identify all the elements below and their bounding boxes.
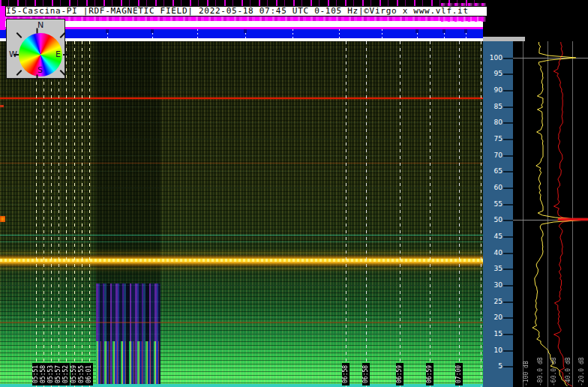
freq-tick-label-100: 100: [484, 55, 502, 62]
event-marker-line: [36, 41, 37, 387]
red-trace-50hz-peak: [558, 218, 588, 220]
bearing-compass: N E S W: [6, 19, 65, 79]
compass-tick-se: [60, 70, 66, 76]
compass-tick-nw: [16, 32, 22, 38]
freq-tick-line-35: [503, 268, 513, 270]
freq-gridline-10: [0, 350, 483, 351]
compass-s-label: S: [38, 67, 43, 74]
event-marker-line: [400, 41, 400, 387]
freq-tick-label-55: 55: [484, 201, 502, 208]
freq-tick-label-45: 45: [484, 233, 502, 240]
freq-tick-line-20: [503, 317, 513, 319]
window-title: I5-Cascina-PI |RDF-MAGNETIC FIELD| 2022-…: [5, 6, 488, 16]
freq-tick-label-90: 90: [484, 87, 502, 94]
freq-gridline-55: [0, 204, 483, 205]
scale-separator-bar: [483, 37, 525, 41]
freq-gridline-30: [0, 285, 483, 286]
event-time-label: 06:59: [426, 363, 434, 386]
left-edge-mark-85hz: [0, 105, 4, 107]
harmonic-line-100hz: [0, 98, 483, 99]
white-band-upper: [0, 21, 489, 27]
event-marker-line: [89, 41, 90, 387]
red-db-trace: [554, 42, 576, 386]
freq-tick-label-95: 95: [484, 70, 502, 77]
event-marker-line: [44, 41, 44, 387]
noise-burst-sparkle: [96, 341, 160, 387]
freq-gridline-70: [0, 155, 483, 156]
amplitude-traces: [513, 41, 588, 387]
event-marker-line: [66, 41, 67, 387]
event-time-label: 05:52: [62, 363, 70, 386]
event-marker-line: [481, 41, 482, 387]
freq-tick-line-50: [503, 220, 513, 221]
freq-tick-line-75: [503, 139, 513, 140]
event-marker-line: [51, 41, 52, 387]
freq-tick-label-60: 60: [484, 184, 502, 191]
event-marker-line: [58, 41, 59, 387]
freq-gridline-90: [0, 90, 483, 91]
freq-tick-line-70: [503, 155, 513, 157]
freq-gridline-80: [0, 122, 483, 123]
freq-gridline-85: [0, 106, 483, 107]
blue-band-notch: [151, 29, 154, 33]
freq-tick-line-55: [503, 204, 513, 206]
spectrogram-canvas[interactable]: 05:5105:5805:5305:5705:5205:5905:5506:01…: [0, 41, 483, 387]
event-time-label: 06:59: [396, 363, 404, 386]
compass-tick-sw: [16, 70, 22, 76]
compass-tick-e: [63, 54, 68, 56]
blue-band-notch: [464, 29, 467, 33]
freq-tick-label-50: 50: [484, 217, 502, 224]
event-time-label: 05:59: [70, 363, 78, 386]
freq-tick-label-30: 30: [484, 282, 502, 289]
event-time-label: 05:58: [40, 363, 47, 386]
faint-line-80hz: [0, 163, 483, 164]
freq-gridline-60: [0, 188, 483, 188]
freq-tick-label-35: 35: [484, 266, 502, 272]
freq-tick-line-40: [503, 253, 513, 254]
blue-band-notch: [416, 29, 418, 33]
freq-tick-line-95: [503, 74, 513, 75]
magenta-left-edge: [0, 6, 5, 30]
blue-band-dash: [339, 29, 340, 38]
event-marker-line: [346, 41, 346, 387]
event-time-label: 05:51: [32, 363, 40, 386]
freq-tick-label-65: 65: [484, 168, 502, 175]
mains-band-core: [0, 259, 483, 262]
compass-tick-ne: [60, 32, 66, 38]
blue-band-dash: [197, 29, 198, 38]
compass-tick-n: [37, 28, 38, 34]
freq-tick-line-80: [503, 122, 513, 124]
event-time-label: 05:57: [55, 363, 62, 386]
freq-tick-label-25: 25: [484, 298, 502, 305]
rdf-monitor-window: I5-Cascina-PI |RDF-MAGNETIC FIELD| 2022-…: [0, 0, 588, 387]
freq-gridline-25: [0, 302, 483, 302]
blue-band-notch: [442, 29, 446, 33]
blue-band-notch: [244, 29, 247, 33]
freq-tick-line-45: [503, 236, 513, 238]
freq-tick-label-15: 15: [484, 331, 502, 338]
freq-gridline-100: [0, 58, 483, 58]
yellow-db-trace: [532, 42, 587, 386]
freq-tick-label-85: 85: [484, 104, 502, 110]
freq-tick-line-60: [503, 188, 513, 189]
freq-gridline-65: [0, 171, 483, 172]
amplitude-trace-panel: -100 dB-80.0 dB-60.0 dB-40.0 dB-20.0 dB: [513, 41, 588, 387]
freq-gridline-45: [0, 236, 483, 237]
freq-tick-label-20: 20: [484, 314, 502, 321]
compass-tick-w: [14, 54, 19, 56]
compass-tick-s: [37, 75, 38, 80]
freq-tick-line-85: [503, 106, 513, 108]
event-marker-line: [459, 41, 460, 387]
freq-tick-label-10: 10: [484, 347, 502, 354]
event-marker-line: [74, 41, 75, 387]
compass-n-label: N: [38, 22, 44, 29]
left-edge-mark-50hz: [0, 216, 5, 222]
compass-e-label: E: [56, 51, 61, 58]
freq-tick-label-5: 5: [484, 363, 502, 370]
freq-tick-label-70: 70: [484, 152, 502, 159]
event-marker-line: [82, 41, 82, 387]
freq-tick-label-40: 40: [484, 250, 502, 256]
frequency-axis: 1009590858075706560555045403530252015105: [483, 41, 513, 387]
event-time-label: 07:00: [455, 363, 463, 386]
event-time-label: 05:53: [47, 363, 55, 386]
